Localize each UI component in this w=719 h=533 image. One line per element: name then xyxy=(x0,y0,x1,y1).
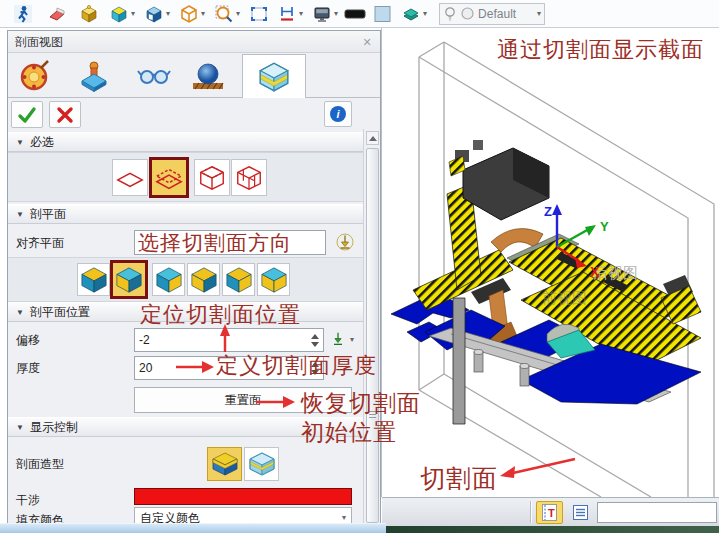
annotation-define-thickness: 定义切割面厚度 xyxy=(216,351,377,381)
box-slice-icon xyxy=(197,163,227,193)
dropdown-caret-icon[interactable]: ▾ xyxy=(350,336,354,344)
axis-y-label: Y xyxy=(600,219,609,234)
walkthrough-icon[interactable] xyxy=(12,3,34,25)
image-plane-icon[interactable] xyxy=(143,3,165,25)
offset-spinner[interactable] xyxy=(308,329,321,351)
middle-mouse-icon[interactable] xyxy=(336,233,354,255)
dropdown-caret-icon[interactable]: ▾ xyxy=(236,10,240,18)
option-section-box[interactable] xyxy=(194,159,230,196)
dialog-tab-strip xyxy=(8,53,380,98)
section-style-label: 剖面造型 xyxy=(16,456,64,473)
tab-visibility[interactable] xyxy=(132,56,176,96)
dropdown-caret-icon[interactable]: ▾ xyxy=(201,10,205,18)
dialog-title: 剖面视图 xyxy=(8,31,380,53)
scrollbar-up-icon[interactable] xyxy=(366,131,379,145)
thickness-label: 厚度 xyxy=(16,360,40,377)
stamp-icon xyxy=(77,59,111,93)
fill-color-dropdown[interactable]: 自定义颜色 ▾ xyxy=(134,507,352,524)
align-cube-strip xyxy=(8,257,363,302)
annotation-position-plane: 定位切割面位置 xyxy=(140,300,301,330)
annotation-show-section: 通过切割面显示截面 xyxy=(497,35,704,65)
lightbulb-icon xyxy=(443,6,457,22)
bottom-left-strip xyxy=(0,523,386,533)
status-input[interactable] xyxy=(597,502,717,523)
viewport-3d[interactable]: 后视图 前视图 Z Y X xyxy=(381,28,719,497)
annotation-cutting-plane: 切割面 xyxy=(420,462,498,495)
check-icon xyxy=(17,105,37,125)
material-sphere-icon xyxy=(460,6,475,21)
cancel-button[interactable] xyxy=(49,101,81,128)
box-multi-icon xyxy=(234,163,264,193)
dropdown-caret-icon[interactable]: ▾ xyxy=(299,10,303,18)
info-button[interactable]: i xyxy=(324,101,352,127)
dimension-icon[interactable] xyxy=(276,3,298,25)
status-bar: T xyxy=(382,497,719,526)
svg-text:T: T xyxy=(548,507,555,519)
option-section-multi[interactable] xyxy=(231,159,267,196)
black-color-swatch[interactable] xyxy=(344,3,366,25)
list-view-button[interactable] xyxy=(567,501,594,524)
dropdown-caret-icon[interactable]: ▾ xyxy=(537,10,541,18)
x-icon xyxy=(56,106,74,124)
dropdown-caret-icon[interactable]: ▾ xyxy=(423,10,427,18)
dropdown-caret-icon[interactable]: ▾ xyxy=(166,10,170,18)
layers-icon[interactable] xyxy=(400,3,422,25)
dialog-scrollbar[interactable] xyxy=(363,129,380,524)
align-cube-right[interactable] xyxy=(152,263,185,296)
render-mode-combobox[interactable]: Default ▾ xyxy=(439,3,545,25)
datum-box-icon[interactable] xyxy=(78,3,100,25)
dialog-action-row: i xyxy=(8,99,380,131)
align-cube-top[interactable] xyxy=(77,263,110,296)
text-note-icon: T xyxy=(540,503,559,522)
axis-z-label: Z xyxy=(544,204,552,219)
tab-render[interactable] xyxy=(186,56,230,96)
tab-stamp[interactable] xyxy=(72,56,116,96)
close-icon[interactable]: ✕ xyxy=(359,34,375,50)
ok-button[interactable] xyxy=(11,101,43,128)
section-view-dialog: 剖面视图 ✕ i xyxy=(7,30,381,524)
blue-color-swatch[interactable] xyxy=(372,3,394,25)
style-glass-button[interactable] xyxy=(244,447,279,481)
required-option-strip xyxy=(8,152,363,202)
annotation-toggle-button[interactable]: T xyxy=(536,501,563,524)
align-cube-top-right[interactable] xyxy=(222,263,255,296)
section-header-required[interactable]: ▼必选 xyxy=(8,132,363,152)
tab-section-box[interactable] xyxy=(242,54,306,98)
statusbar-separator xyxy=(530,501,531,523)
align-plane-label: 对齐平面 xyxy=(16,235,64,252)
option-section-slice[interactable] xyxy=(149,157,189,198)
align-cube-top-left[interactable] xyxy=(187,263,220,296)
interference-color-bar[interactable] xyxy=(134,488,352,505)
axis-x-label: X xyxy=(590,264,600,280)
glasses-icon xyxy=(137,59,171,93)
tab-appearance[interactable] xyxy=(12,56,56,96)
wireframe-box-icon[interactable] xyxy=(178,3,200,25)
option-section-plane[interactable] xyxy=(112,159,148,196)
watermark-back-view: 后视图 xyxy=(593,264,638,281)
dropdown-caret-icon[interactable]: ▾ xyxy=(334,10,338,18)
watermark-front-view: 前视图 xyxy=(542,289,587,306)
eraser-icon[interactable] xyxy=(46,3,68,25)
top-toolbar: ▾ ▾ ▾ ▾ ▾ ▾ ▾ Default xyxy=(0,0,719,28)
render-display-icon[interactable] xyxy=(311,3,333,25)
scene-3d: 后视图 前视图 Z Y X xyxy=(382,28,719,497)
zoom-region-icon[interactable] xyxy=(213,3,235,25)
assembly-model[interactable] xyxy=(391,140,701,424)
align-cube-bottom[interactable] xyxy=(257,263,290,296)
pick-value-icon[interactable] xyxy=(330,331,346,351)
section-header-plane[interactable]: ▼剖平面 xyxy=(8,204,363,224)
annotation-select-direction: 选择切割面方向 xyxy=(138,229,292,257)
window-select-icon[interactable] xyxy=(248,3,270,25)
section-box-tab-icon xyxy=(255,59,293,95)
align-cube-front[interactable] xyxy=(110,260,148,299)
list-icon xyxy=(571,503,590,522)
style-solid-button[interactable] xyxy=(207,447,242,481)
annotation-reset-position: 恢复切割面 初始位置 xyxy=(301,389,421,447)
render-mode-value: Default xyxy=(478,7,536,21)
section-box-icon[interactable] xyxy=(108,3,130,25)
scrollbar-thumb[interactable] xyxy=(366,148,379,523)
style-glass-icon xyxy=(247,450,277,478)
offset-input[interactable] xyxy=(134,328,324,352)
dropdown-caret-icon[interactable]: ▾ xyxy=(131,10,135,18)
dropdown-caret-icon: ▾ xyxy=(342,514,346,522)
